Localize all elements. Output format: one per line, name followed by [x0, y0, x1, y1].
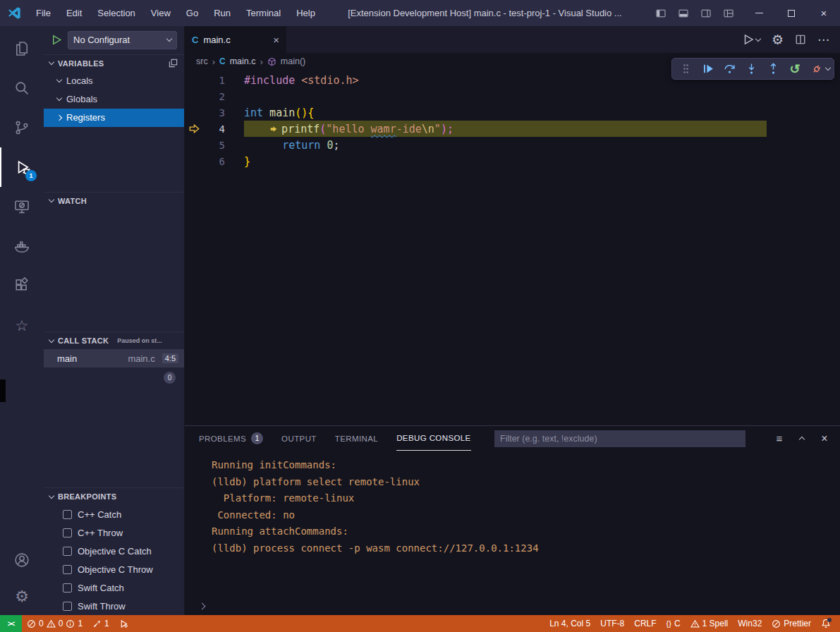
close-tab-icon[interactable]: × — [273, 34, 279, 46]
editor-actions: ⚙ ⋯ — [732, 26, 840, 53]
breadcrumb-folder[interactable]: src — [196, 56, 208, 66]
tab-debug-console[interactable]: DEBUG CONSOLE — [396, 426, 471, 451]
search-icon[interactable] — [0, 68, 44, 108]
run-debug-icon[interactable]: 1 — [0, 147, 44, 187]
watch-header[interactable]: WATCH — [44, 193, 184, 209]
customize-layout-icon[interactable] — [719, 4, 738, 23]
menu-run[interactable]: Run — [206, 0, 238, 26]
toolbar-drag-handle[interactable] — [676, 60, 695, 78]
console-options-icon[interactable]: ≡ — [772, 432, 786, 446]
step-over-icon[interactable] — [719, 60, 739, 78]
disconnect-icon[interactable] — [807, 60, 827, 78]
start-debug-icon[interactable] — [51, 34, 63, 46]
run-file-icon[interactable] — [742, 33, 760, 46]
toggle-sidebar-icon[interactable] — [651, 4, 671, 23]
formatter-status[interactable]: Prettier — [767, 615, 816, 632]
tab-main-c[interactable]: C main.c × — [185, 26, 286, 53]
menu-file[interactable]: File — [28, 0, 59, 26]
variables-scope-locals[interactable]: Locals — [44, 72, 184, 90]
spell-label: 1 Spell — [702, 619, 729, 628]
spell-checker-status[interactable]: 1 Spell — [686, 615, 734, 632]
code-line-6: 6 } — [185, 153, 840, 169]
menu-selection[interactable]: Selection — [90, 0, 142, 26]
token: (){ — [295, 107, 314, 119]
split-editor-icon[interactable] — [795, 34, 806, 45]
step-out-icon[interactable] — [763, 60, 783, 78]
checkbox[interactable] — [63, 510, 72, 519]
breakpoints-header[interactable]: BREAKPOINTS — [44, 488, 184, 505]
spell-warning-token: wamr — [371, 123, 396, 135]
code-line-5: 5 return 0; — [185, 137, 840, 153]
close-button[interactable]: × — [808, 0, 840, 26]
docker-icon[interactable] — [0, 226, 44, 266]
variables-scope-registers[interactable]: Registers — [44, 109, 184, 127]
close-panel-icon[interactable]: × — [817, 432, 832, 446]
step-into-icon[interactable] — [741, 60, 761, 78]
breadcrumb-symbol[interactable]: main() — [281, 56, 305, 66]
checkbox[interactable] — [63, 565, 72, 574]
code-editor[interactable]: 1 #include <stdio.h> 2 3 int main(){ 4 p — [185, 70, 840, 425]
breakpoint-swift-throw[interactable]: Swift Throw — [44, 597, 184, 615]
source-control-icon[interactable] — [0, 108, 44, 147]
menu-help[interactable]: Help — [288, 0, 323, 26]
checkbox[interactable] — [63, 528, 72, 537]
breakpoint-swift-catch[interactable]: Swift Catch — [44, 578, 184, 597]
language-mode[interactable]: {} C — [662, 615, 686, 632]
toggle-secondary-sidebar-icon[interactable] — [696, 4, 716, 23]
variables-header[interactable]: VARIABLES — [44, 55, 184, 72]
window-title: [Extension Development Host] main.c - te… — [323, 0, 647, 26]
favorites-star-icon[interactable]: ☆ — [0, 305, 44, 345]
breakpoint-objc-catch[interactable]: Objective C Catch — [44, 542, 184, 560]
more-actions-icon[interactable]: ⋯ — [817, 32, 830, 47]
breakpoint-objc-throw[interactable]: Objective C Throw — [44, 560, 184, 578]
continue-icon[interactable] — [698, 60, 717, 78]
tab-bar: C main.c × ⚙ ⋯ — [185, 26, 840, 53]
maximize-panel-icon[interactable] — [795, 432, 809, 446]
checkbox[interactable] — [63, 602, 72, 611]
console-filter-input[interactable] — [494, 430, 745, 447]
debug-session-status[interactable] — [114, 615, 133, 632]
menu-go[interactable]: Go — [178, 0, 206, 26]
remote-explorer-icon[interactable] — [0, 187, 44, 226]
inline-breakpoint-icon[interactable] — [269, 125, 279, 133]
breakpoint-label: C++ Catch — [78, 509, 121, 520]
eol-selector[interactable]: CRLF — [629, 615, 661, 632]
cursor-position[interactable]: Ln 4, Col 5 — [544, 615, 595, 632]
breakpoint-cpp-catch[interactable]: C++ Catch — [44, 505, 184, 523]
account-icon[interactable] — [0, 542, 44, 578]
menu-edit[interactable]: Edit — [59, 0, 90, 26]
console-input-row[interactable] — [185, 597, 840, 615]
encoding[interactable]: UTF-8 — [595, 615, 629, 632]
menu-terminal[interactable]: Terminal — [238, 0, 288, 26]
settings-gear-icon[interactable]: ⚙ — [0, 578, 44, 615]
notifications-status[interactable] — [816, 615, 836, 632]
tab-terminal[interactable]: TERMINAL — [335, 426, 378, 451]
extensions-icon[interactable] — [0, 266, 44, 305]
status-bar: >< 0 0 1 1 Ln 4, Col 5 UTF-8 CRLF {} C — [0, 615, 840, 632]
info-icon — [66, 619, 75, 628]
menu-view[interactable]: View — [143, 0, 178, 26]
minimize-button[interactable] — [743, 0, 775, 26]
breakpoint-cpp-throw[interactable]: C++ Throw — [44, 523, 184, 542]
explorer-icon[interactable] — [0, 29, 44, 68]
callstack-header[interactable]: CALL STACK Paused on st... — [44, 332, 184, 349]
stack-frame-row[interactable]: main main.c 4:5 — [44, 349, 184, 367]
tools-status[interactable]: 1 — [87, 615, 114, 632]
tab-output[interactable]: OUTPUT — [281, 426, 317, 451]
variables-scope-globals[interactable]: Globals — [44, 90, 184, 109]
launch-settings-gear-icon[interactable]: ⚙ — [772, 32, 784, 48]
collapse-all-icon[interactable] — [168, 58, 178, 68]
debug-current-line-arrow-icon[interactable] — [185, 123, 204, 135]
launch-config-dropdown[interactable]: No Configurat — [68, 31, 177, 49]
restart-icon[interactable]: ↺ — [785, 60, 805, 78]
checkbox[interactable] — [63, 583, 72, 592]
checkbox[interactable] — [63, 547, 72, 556]
platform-target[interactable]: Win32 — [733, 615, 767, 632]
tab-problems[interactable]: PROBLEMS 1 — [199, 426, 263, 451]
formatter-label: Prettier — [784, 619, 811, 628]
maximize-button[interactable] — [775, 0, 808, 26]
toggle-panel-icon[interactable] — [674, 4, 693, 23]
problems-status[interactable]: 0 0 1 — [22, 615, 87, 632]
remote-indicator[interactable]: >< — [0, 615, 22, 632]
breadcrumb-file[interactable]: main.c — [230, 56, 256, 66]
